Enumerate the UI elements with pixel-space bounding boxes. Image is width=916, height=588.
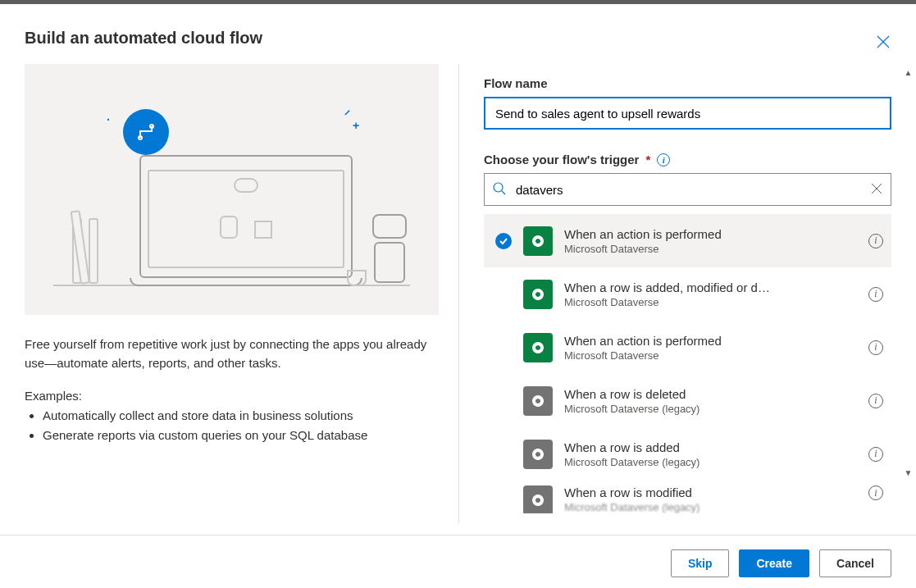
examples-heading: Examples:	[25, 389, 434, 403]
right-panel: Flow name Choose your flow's trigger * i	[459, 64, 916, 523]
connector-icon	[523, 440, 553, 469]
left-panel: ·⸍+ Free yourself from repetitive work j…	[0, 64, 459, 523]
trigger-connector: Microsoft Dataverse (legacy)	[564, 456, 857, 468]
connector-icon	[523, 226, 553, 256]
trigger-label: Choose your flow's trigger * i	[484, 153, 891, 166]
trigger-connector: Microsoft Dataverse	[564, 243, 857, 255]
required-asterisk: *	[645, 153, 650, 166]
trigger-item[interactable]: When an action is performed Microsoft Da…	[484, 321, 891, 374]
dialog-footer: Skip Create Cancel	[0, 539, 916, 588]
scrollbar[interactable]: ▲ ▼	[902, 68, 914, 477]
skip-button[interactable]: Skip	[671, 549, 730, 577]
close-button[interactable]	[875, 34, 891, 50]
dialog-title: Build an automated cloud flow	[0, 4, 916, 64]
connector-icon	[523, 485, 553, 513]
trigger-info-icon[interactable]: i	[868, 447, 883, 462]
trigger-item[interactable]: When a row is modified Microsoft Dataver…	[484, 481, 891, 513]
scroll-down-icon: ▼	[905, 468, 913, 477]
example-item: Automatically collect and store data in …	[43, 406, 434, 426]
trigger-connector: Microsoft Dataverse (legacy)	[564, 403, 857, 415]
trigger-item[interactable]: When a row is added, modified or d… Micr…	[484, 267, 891, 321]
flow-badge-icon	[123, 109, 169, 155]
flow-name-label: Flow name	[484, 76, 891, 90]
example-item: Generate reports via custom queries on y…	[43, 426, 434, 445]
flow-name-input[interactable]	[484, 97, 891, 130]
trigger-info-icon[interactable]: i	[868, 287, 883, 302]
trigger-info-icon[interactable]: i	[868, 234, 883, 248]
trigger-title: When an action is performed	[564, 227, 857, 241]
info-icon[interactable]: i	[657, 153, 670, 166]
connector-icon	[523, 280, 553, 309]
radio-selected-icon	[495, 233, 512, 249]
illustration: ·⸍+	[25, 64, 439, 315]
flow-name-label-text: Flow name	[484, 76, 548, 90]
description-text: Free yourself from repetitive work just …	[25, 335, 434, 372]
trigger-title: When a row is deleted	[564, 387, 857, 401]
search-icon	[492, 181, 507, 198]
clear-search-icon[interactable]	[870, 182, 883, 198]
create-button[interactable]: Create	[739, 549, 809, 577]
trigger-title: When a row is added	[564, 440, 857, 454]
trigger-label-text: Choose your flow's trigger	[484, 153, 639, 166]
trigger-info-icon[interactable]: i	[868, 340, 883, 355]
trigger-item[interactable]: When a row is added Microsoft Dataverse …	[484, 427, 891, 481]
trigger-info-icon[interactable]: i	[868, 394, 883, 408]
trigger-title: When an action is performed	[564, 334, 857, 348]
svg-point-2	[494, 183, 503, 192]
trigger-item[interactable]: When an action is performed Microsoft Da…	[484, 214, 891, 267]
examples-list: Automatically collect and store data in …	[25, 406, 434, 445]
connector-icon	[523, 333, 553, 362]
trigger-title: When a row is added, modified or d…	[564, 280, 857, 294]
trigger-connector: Microsoft Dataverse (legacy)	[564, 501, 857, 513]
trigger-connector: Microsoft Dataverse	[564, 349, 857, 362]
trigger-item[interactable]: When a row is deleted Microsoft Datavers…	[484, 374, 891, 427]
scroll-up-icon: ▲	[905, 68, 913, 77]
connector-icon	[523, 386, 553, 416]
trigger-list: When an action is performed Microsoft Da…	[484, 214, 891, 513]
trigger-title: When a row is modified	[564, 485, 857, 499]
trigger-search-input[interactable]	[484, 173, 891, 206]
cancel-button[interactable]: Cancel	[819, 549, 891, 577]
trigger-connector: Microsoft Dataverse	[564, 296, 857, 308]
trigger-info-icon[interactable]: i	[868, 485, 883, 500]
dialog-body: Build an automated cloud flow	[0, 4, 916, 536]
